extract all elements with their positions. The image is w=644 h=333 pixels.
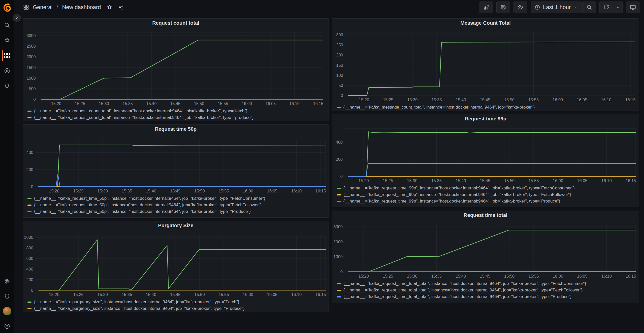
time-series-chart[interactable]: 010002000300015:2015:2515:3015:3515:4015…	[332, 220, 639, 279]
grafana-logo[interactable]	[3, 3, 11, 12]
legend: {__name__="kafka_request_time_total_tota…	[332, 279, 639, 300]
legend-item[interactable]: {__name__="kafka_request_time_99p", inst…	[337, 198, 639, 205]
time-range-picker[interactable]: Last 1 hour	[531, 2, 582, 13]
x-axis-label: 16:10	[601, 97, 611, 102]
legend-item[interactable]: {__name__="kafka_purgatory_size", instan…	[27, 299, 329, 305]
dashboard-settings-button[interactable]	[513, 2, 527, 13]
panel-request-count-total: Request count total 05001000150020002500…	[23, 18, 329, 121]
legend-swatch	[337, 290, 341, 291]
legend-item[interactable]: {__name__="kafka_purgatory_size", instan…	[27, 305, 329, 312]
panel-title[interactable]: Request time 99p	[332, 114, 639, 123]
x-axis-label: 16:15	[315, 189, 326, 193]
x-axis-label: 15:25	[73, 189, 83, 193]
legend-item[interactable]: {__name__="kafka_request_time_50p", inst…	[27, 202, 329, 208]
x-axis-label: 15:30	[99, 101, 109, 106]
y-axis-label: 0	[31, 184, 33, 189]
x-axis-label: 15:50	[194, 189, 205, 193]
legend-item[interactable]: {__name__="kafka_request_count_total", i…	[27, 114, 329, 121]
legend-label: {__name__="kafka_request_count_total", i…	[34, 115, 253, 120]
y-axis-label: 200	[336, 53, 343, 57]
legend-swatch	[337, 201, 341, 202]
x-axis-label: 15:45	[480, 178, 490, 183]
x-axis-label: 16:15	[315, 292, 326, 297]
y-axis-label: 1000	[24, 235, 33, 240]
panel-title[interactable]: Request time 50p	[23, 125, 329, 134]
series-line	[39, 174, 326, 187]
y-axis-label: 0	[340, 174, 343, 179]
breadcrumb-page-title[interactable]: New dashboard	[62, 4, 101, 11]
legend: {__name__="kafka_message_count_total", i…	[332, 103, 639, 111]
dashboard-toolbar: Last 1 hour	[479, 2, 640, 13]
zoom-out-button[interactable]	[582, 2, 596, 13]
favorite-star-button[interactable]	[107, 4, 112, 10]
legend-item[interactable]: {__name__="kafka_message_count_total", i…	[337, 104, 639, 111]
grafana-dashboard: ? General / New dashboard	[0, 0, 644, 333]
time-series-chart[interactable]: 05010015020025030015:2015:2515:3015:3515…	[332, 28, 639, 103]
x-axis-label: 16:05	[577, 178, 587, 183]
help-icon[interactable]: ?	[0, 323, 14, 329]
breadcrumb-section[interactable]: General	[33, 4, 52, 11]
legend-item[interactable]: {__name__="kafka_request_time_total_tota…	[337, 280, 639, 287]
refresh-button[interactable]	[599, 2, 613, 13]
legend-item[interactable]: {__name__="kafka_request_time_total_tota…	[337, 287, 639, 293]
starred-icon[interactable]	[0, 37, 14, 44]
x-axis-label: 15:55	[528, 274, 539, 278]
user-avatar[interactable]	[3, 307, 11, 315]
time-series-chart[interactable]: 0200400600800100015:2015:2515:3015:3515:…	[23, 230, 329, 298]
x-axis-label: 16:15	[313, 101, 324, 106]
refresh-interval-dropdown[interactable]	[613, 2, 623, 13]
x-axis-label: 15:55	[528, 178, 539, 183]
legend: {__name__="kafka_request_time_99p", inst…	[332, 184, 639, 205]
legend-item[interactable]: {__name__="kafka_request_time_99p", inst…	[337, 185, 639, 191]
legend-item[interactable]: {__name__="kafka_request_time_total_tota…	[337, 293, 639, 300]
legend-item[interactable]: {__name__="kafka_request_time_50p", inst…	[27, 208, 329, 215]
y-axis-label: 150	[336, 63, 343, 67]
y-axis-label: 50	[338, 83, 343, 88]
x-axis-label: 16:10	[291, 292, 302, 297]
admin-shield-icon[interactable]	[0, 293, 14, 299]
x-axis-label: 15:45	[480, 274, 490, 278]
legend-item[interactable]: {__name__="kafka_request_time_99p", inst…	[337, 191, 639, 198]
x-axis-label: 15:30	[407, 97, 417, 102]
time-series-chart[interactable]: 020040015:2015:2515:3015:3515:4015:4515:…	[23, 134, 329, 194]
y-axis-label: 1000	[26, 76, 36, 80]
x-axis-label: 15:30	[407, 274, 417, 278]
time-range-label: Last 1 hour	[543, 4, 571, 11]
breadcrumb-separator: /	[56, 4, 58, 11]
kiosk-mode-button[interactable]	[626, 2, 640, 13]
panel-title[interactable]: Purgatory Size	[23, 221, 329, 230]
legend-label: {__name__="kafka_request_time_99p", inst…	[343, 192, 571, 197]
alerting-bell-icon[interactable]	[0, 82, 14, 89]
search-icon[interactable]	[0, 22, 14, 28]
dashboard-grid-icon	[23, 4, 29, 10]
x-axis-label: 15:35	[122, 101, 133, 106]
explore-compass-icon[interactable]	[0, 68, 14, 74]
x-axis-label: 15:30	[98, 292, 108, 297]
sidebar: ?	[0, 0, 14, 333]
y-axis-label: 2000	[26, 55, 36, 59]
x-axis-label: 15:20	[358, 274, 369, 278]
panel-title[interactable]: Request count total	[23, 19, 329, 27]
x-axis-label: 15:20	[49, 189, 59, 193]
legend-swatch	[337, 283, 341, 284]
panel-title[interactable]: Message Count Total	[332, 19, 639, 28]
x-axis-label: 15:45	[480, 97, 490, 102]
x-axis-label: 15:20	[359, 97, 369, 102]
settings-gear-icon[interactable]	[0, 278, 14, 284]
x-axis-label: 16:10	[291, 189, 302, 193]
time-series-chart[interactable]: 020040015:2015:2515:3015:3515:4015:4515:…	[332, 123, 639, 184]
series-line	[348, 230, 636, 272]
add-panel-button[interactable]	[479, 2, 493, 13]
dashboards-icon[interactable]	[0, 52, 14, 59]
x-axis-label: 15:40	[146, 101, 157, 106]
time-series-chart[interactable]: 05001000150020002500300015:2015:2515:301…	[23, 27, 329, 107]
save-dashboard-button[interactable]	[496, 2, 510, 13]
panel-title[interactable]: Request time total	[332, 211, 639, 220]
legend-item[interactable]: {__name__="kafka_request_time_50p", inst…	[27, 195, 329, 202]
share-button[interactable]	[118, 4, 124, 10]
panel-request-time-99p: Request time 99p 020040015:2015:2515:301…	[332, 114, 639, 207]
expand-sidebar-button[interactable]	[13, 14, 21, 22]
legend-label: {__name__="kafka_request_time_total_tota…	[343, 288, 583, 293]
legend-item[interactable]: {__name__="kafka_request_count_total", i…	[27, 108, 329, 114]
x-axis-label: 15:25	[75, 101, 85, 106]
